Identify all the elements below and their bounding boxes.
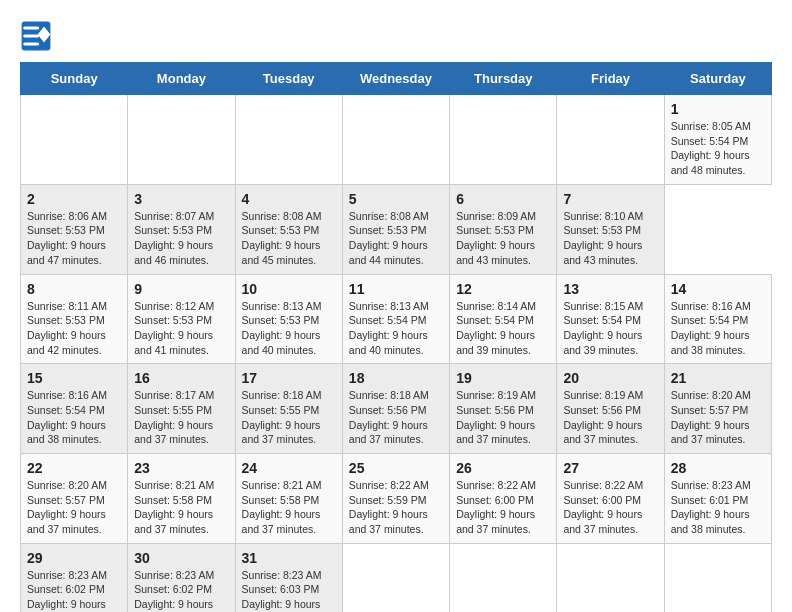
day-number: 21 [671, 370, 765, 386]
day-number: 28 [671, 460, 765, 476]
day-info: Sunrise: 8:08 AMSunset: 5:53 PMDaylight:… [242, 209, 336, 268]
day-cell-21: 21Sunrise: 8:20 AMSunset: 5:57 PMDayligh… [664, 364, 771, 454]
day-cell-9: 9Sunrise: 8:12 AMSunset: 5:53 PMDaylight… [128, 274, 235, 364]
day-number: 8 [27, 281, 121, 297]
day-cell-8: 8Sunrise: 8:11 AMSunset: 5:53 PMDaylight… [21, 274, 128, 364]
day-number: 13 [563, 281, 657, 297]
day-number: 17 [242, 370, 336, 386]
day-number: 9 [134, 281, 228, 297]
day-cell-17: 17Sunrise: 8:18 AMSunset: 5:55 PMDayligh… [235, 364, 342, 454]
day-cell-12: 12Sunrise: 8:14 AMSunset: 5:54 PMDayligh… [450, 274, 557, 364]
empty-cell [450, 543, 557, 612]
day-info: Sunrise: 8:13 AMSunset: 5:53 PMDaylight:… [242, 299, 336, 358]
header-tuesday: Tuesday [235, 63, 342, 95]
header-wednesday: Wednesday [342, 63, 449, 95]
calendar-week-3: 8Sunrise: 8:11 AMSunset: 5:53 PMDaylight… [21, 274, 772, 364]
empty-cell [342, 543, 449, 612]
day-cell-25: 25Sunrise: 8:22 AMSunset: 5:59 PMDayligh… [342, 454, 449, 544]
day-info: Sunrise: 8:11 AMSunset: 5:53 PMDaylight:… [27, 299, 121, 358]
day-info: Sunrise: 8:22 AMSunset: 6:00 PMDaylight:… [456, 478, 550, 537]
empty-cell [235, 95, 342, 185]
day-number: 26 [456, 460, 550, 476]
day-info: Sunrise: 8:16 AMSunset: 5:54 PMDaylight:… [671, 299, 765, 358]
day-number: 27 [563, 460, 657, 476]
day-cell-5: 5Sunrise: 8:08 AMSunset: 5:53 PMDaylight… [342, 184, 449, 274]
day-info: Sunrise: 8:14 AMSunset: 5:54 PMDaylight:… [456, 299, 550, 358]
day-info: Sunrise: 8:23 AMSunset: 6:02 PMDaylight:… [27, 568, 121, 612]
day-cell-14: 14Sunrise: 8:16 AMSunset: 5:54 PMDayligh… [664, 274, 771, 364]
day-info: Sunrise: 8:17 AMSunset: 5:55 PMDaylight:… [134, 388, 228, 447]
day-info: Sunrise: 8:23 AMSunset: 6:01 PMDaylight:… [671, 478, 765, 537]
day-number: 2 [27, 191, 121, 207]
empty-cell [128, 95, 235, 185]
day-cell-10: 10Sunrise: 8:13 AMSunset: 5:53 PMDayligh… [235, 274, 342, 364]
calendar-week-4: 15Sunrise: 8:16 AMSunset: 5:54 PMDayligh… [21, 364, 772, 454]
svg-rect-2 [23, 26, 39, 29]
day-number: 16 [134, 370, 228, 386]
day-cell-27: 27Sunrise: 8:22 AMSunset: 6:00 PMDayligh… [557, 454, 664, 544]
day-info: Sunrise: 8:09 AMSunset: 5:53 PMDaylight:… [456, 209, 550, 268]
calendar-table: SundayMondayTuesdayWednesdayThursdayFrid… [20, 62, 772, 612]
calendar-week-6: 29Sunrise: 8:23 AMSunset: 6:02 PMDayligh… [21, 543, 772, 612]
empty-cell [664, 543, 771, 612]
day-info: Sunrise: 8:21 AMSunset: 5:58 PMDaylight:… [242, 478, 336, 537]
day-cell-30: 30Sunrise: 8:23 AMSunset: 6:02 PMDayligh… [128, 543, 235, 612]
header-friday: Friday [557, 63, 664, 95]
day-cell-28: 28Sunrise: 8:23 AMSunset: 6:01 PMDayligh… [664, 454, 771, 544]
day-cell-20: 20Sunrise: 8:19 AMSunset: 5:56 PMDayligh… [557, 364, 664, 454]
day-cell-24: 24Sunrise: 8:21 AMSunset: 5:58 PMDayligh… [235, 454, 342, 544]
day-number: 7 [563, 191, 657, 207]
day-info: Sunrise: 8:22 AMSunset: 5:59 PMDaylight:… [349, 478, 443, 537]
day-cell-6: 6Sunrise: 8:09 AMSunset: 5:53 PMDaylight… [450, 184, 557, 274]
empty-cell [450, 95, 557, 185]
day-cell-16: 16Sunrise: 8:17 AMSunset: 5:55 PMDayligh… [128, 364, 235, 454]
day-number: 14 [671, 281, 765, 297]
calendar-header-row: SundayMondayTuesdayWednesdayThursdayFrid… [21, 63, 772, 95]
day-number: 23 [134, 460, 228, 476]
day-cell-7: 7Sunrise: 8:10 AMSunset: 5:53 PMDaylight… [557, 184, 664, 274]
day-number: 12 [456, 281, 550, 297]
day-number: 22 [27, 460, 121, 476]
day-cell-4: 4Sunrise: 8:08 AMSunset: 5:53 PMDaylight… [235, 184, 342, 274]
day-info: Sunrise: 8:15 AMSunset: 5:54 PMDaylight:… [563, 299, 657, 358]
header-saturday: Saturday [664, 63, 771, 95]
day-number: 31 [242, 550, 336, 566]
day-info: Sunrise: 8:12 AMSunset: 5:53 PMDaylight:… [134, 299, 228, 358]
day-cell-3: 3Sunrise: 8:07 AMSunset: 5:53 PMDaylight… [128, 184, 235, 274]
empty-cell [557, 95, 664, 185]
day-cell-13: 13Sunrise: 8:15 AMSunset: 5:54 PMDayligh… [557, 274, 664, 364]
logo [20, 20, 58, 52]
calendar-week-1: 1Sunrise: 8:05 AMSunset: 5:54 PMDaylight… [21, 95, 772, 185]
day-info: Sunrise: 8:08 AMSunset: 5:53 PMDaylight:… [349, 209, 443, 268]
day-number: 18 [349, 370, 443, 386]
day-number: 6 [456, 191, 550, 207]
day-info: Sunrise: 8:20 AMSunset: 5:57 PMDaylight:… [671, 388, 765, 447]
header-thursday: Thursday [450, 63, 557, 95]
day-cell-26: 26Sunrise: 8:22 AMSunset: 6:00 PMDayligh… [450, 454, 557, 544]
day-info: Sunrise: 8:13 AMSunset: 5:54 PMDaylight:… [349, 299, 443, 358]
day-info: Sunrise: 8:22 AMSunset: 6:00 PMDaylight:… [563, 478, 657, 537]
day-cell-29: 29Sunrise: 8:23 AMSunset: 6:02 PMDayligh… [21, 543, 128, 612]
day-info: Sunrise: 8:05 AMSunset: 5:54 PMDaylight:… [671, 119, 765, 178]
day-info: Sunrise: 8:19 AMSunset: 5:56 PMDaylight:… [563, 388, 657, 447]
svg-rect-4 [23, 42, 39, 45]
day-number: 5 [349, 191, 443, 207]
day-cell-22: 22Sunrise: 8:20 AMSunset: 5:57 PMDayligh… [21, 454, 128, 544]
day-cell-23: 23Sunrise: 8:21 AMSunset: 5:58 PMDayligh… [128, 454, 235, 544]
day-number: 25 [349, 460, 443, 476]
day-cell-15: 15Sunrise: 8:16 AMSunset: 5:54 PMDayligh… [21, 364, 128, 454]
logo-icon [20, 20, 52, 52]
day-info: Sunrise: 8:16 AMSunset: 5:54 PMDaylight:… [27, 388, 121, 447]
empty-cell [557, 543, 664, 612]
day-info: Sunrise: 8:23 AMSunset: 6:03 PMDaylight:… [242, 568, 336, 612]
calendar-week-2: 2Sunrise: 8:06 AMSunset: 5:53 PMDaylight… [21, 184, 772, 274]
page-header [20, 20, 772, 52]
day-number: 15 [27, 370, 121, 386]
header-monday: Monday [128, 63, 235, 95]
day-cell-11: 11Sunrise: 8:13 AMSunset: 5:54 PMDayligh… [342, 274, 449, 364]
day-cell-1: 1Sunrise: 8:05 AMSunset: 5:54 PMDaylight… [664, 95, 771, 185]
header-sunday: Sunday [21, 63, 128, 95]
day-info: Sunrise: 8:10 AMSunset: 5:53 PMDaylight:… [563, 209, 657, 268]
day-number: 30 [134, 550, 228, 566]
day-cell-18: 18Sunrise: 8:18 AMSunset: 5:56 PMDayligh… [342, 364, 449, 454]
